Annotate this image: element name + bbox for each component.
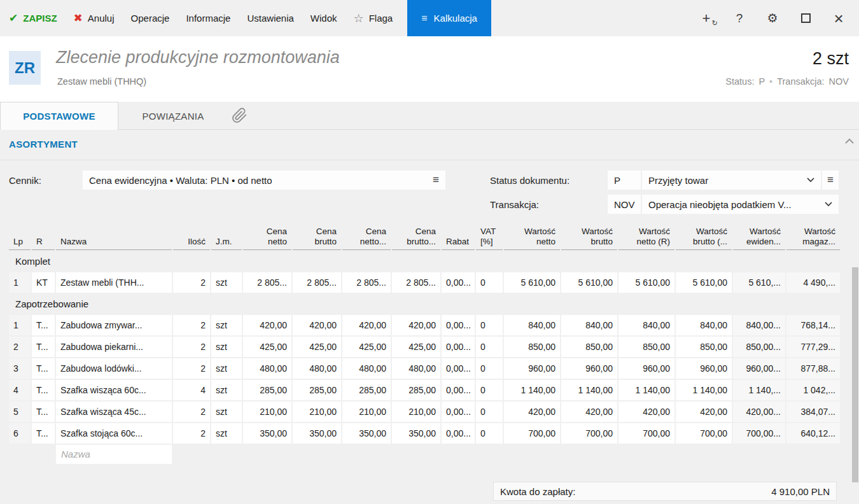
table-cell[interactable]: 0 — [476, 337, 503, 357]
table-cell[interactable]: 1 — [9, 272, 31, 293]
table-cell[interactable]: Szafka wisząca 60c... — [56, 380, 172, 400]
table-cell[interactable]: 350,00 — [243, 423, 291, 444]
column-header[interactable]: Cena brutto — [293, 227, 341, 250]
table-cell[interactable]: 350,00 — [342, 423, 391, 444]
table-cell[interactable]: 2 805... — [392, 272, 440, 293]
table-cell[interactable]: 1 140,00 — [676, 380, 732, 400]
scrollbar-thumb[interactable] — [852, 267, 858, 482]
table-cell[interactable]: 425,00 — [243, 337, 291, 357]
status-dropdown[interactable]: Przyjęty towar — [642, 171, 821, 190]
table-cell[interactable]: 640,12... — [786, 423, 840, 444]
column-header[interactable]: Wartość brutto (... — [676, 227, 732, 250]
table-cell[interactable]: 420,00 — [561, 402, 617, 422]
table-cell[interactable]: szt — [211, 423, 242, 444]
table-cell[interactable]: 0,00... — [442, 358, 475, 379]
table-cell[interactable]: T... — [32, 337, 55, 357]
table-cell[interactable]: 2 — [173, 315, 210, 335]
table-cell[interactable]: 480,00 — [342, 358, 391, 379]
table-cell[interactable]: szt — [211, 402, 242, 422]
column-header[interactable]: Ilość — [173, 227, 210, 250]
table-cell[interactable]: Zabudowa lodówki... — [56, 358, 172, 379]
column-header[interactable]: Rabat — [442, 227, 475, 250]
table-cell[interactable]: 4 — [9, 380, 31, 400]
table-cell[interactable]: 840,00... — [733, 315, 785, 335]
table-cell[interactable]: 3 — [9, 358, 31, 379]
column-header[interactable]: Wartość netto (R) — [618, 227, 674, 250]
table-cell[interactable]: 840,00 — [561, 315, 617, 335]
table-cell[interactable]: 768,14... — [786, 315, 840, 335]
column-header[interactable]: Cena brutto... — [392, 227, 440, 250]
table-cell[interactable]: 2 — [173, 272, 210, 293]
table-cell[interactable]: 480,00 — [293, 358, 341, 379]
table-cell[interactable]: 0,00... — [442, 380, 475, 400]
table-cell[interactable]: 850,00 — [504, 337, 560, 357]
table-cell[interactable]: 480,00 — [243, 358, 291, 379]
kalkulacja-button[interactable]: ≡ Kalkulacja — [407, 0, 491, 36]
table-cell[interactable]: 2 — [173, 423, 210, 444]
table-cell[interactable]: 1 — [9, 315, 31, 335]
table-cell[interactable]: 425,00 — [293, 337, 341, 357]
table-cell[interactable]: 5 610,... — [733, 272, 785, 293]
table-cell[interactable]: 840,00 — [618, 315, 674, 335]
attachment-paperclip-icon[interactable] — [232, 108, 248, 126]
table-cell[interactable]: T... — [32, 423, 55, 444]
table-cell[interactable]: 5 610,00 — [504, 272, 560, 293]
table-cell[interactable]: 0 — [476, 358, 503, 379]
column-header[interactable]: R — [32, 227, 55, 250]
table-cell[interactable]: 1 140,00 — [561, 380, 617, 400]
table-cell[interactable]: 420,00 — [342, 315, 391, 335]
table-cell[interactable]: 2 — [173, 358, 210, 379]
table-cell[interactable]: 0 — [476, 315, 503, 335]
table-cell[interactable]: 1 140,00 — [618, 380, 674, 400]
table-cell[interactable]: 425,00 — [342, 337, 391, 357]
table-cell[interactable]: 700,00 — [504, 423, 560, 444]
table-cell[interactable]: 6 — [9, 423, 31, 444]
table-cell[interactable]: 5 — [9, 402, 31, 422]
table-cell[interactable]: szt — [211, 337, 242, 357]
table-cell[interactable]: 700,00 — [618, 423, 674, 444]
table-cell[interactable]: szt — [211, 358, 242, 379]
status-code-field[interactable]: P — [608, 171, 641, 190]
table-cell[interactable]: Szafka wisząca 45c... — [56, 402, 172, 422]
table-cell[interactable]: T... — [32, 402, 55, 422]
column-header[interactable]: Wartość magaz... — [786, 227, 840, 250]
table-cell[interactable]: Szafka stojąca 60c... — [56, 423, 172, 444]
table-cell[interactable]: 0,00... — [442, 423, 475, 444]
menu-widok[interactable]: Widok — [302, 0, 346, 36]
maximize-icon[interactable] — [799, 13, 812, 23]
table-cell[interactable]: 420,00 — [618, 402, 674, 422]
table-cell[interactable]: 5 610,00 — [676, 272, 732, 293]
status-menu-button[interactable]: ≡ — [822, 171, 839, 190]
column-header[interactable]: VAT [%] — [476, 227, 503, 250]
table-cell[interactable]: 960,00 — [561, 358, 617, 379]
menu-informacje[interactable]: Informacje — [178, 0, 239, 36]
table-cell[interactable]: szt — [211, 315, 242, 335]
transaction-dropdown[interactable]: Operacja nieobjęta podatkiem V... — [642, 195, 839, 214]
table-cell[interactable]: 285,00 — [243, 380, 291, 400]
column-header[interactable]: Nazwa — [56, 227, 172, 250]
table-cell[interactable]: T... — [32, 315, 55, 335]
scroll-up-icon[interactable] — [845, 135, 854, 146]
menu-operacje[interactable]: Operacje — [123, 0, 178, 36]
column-header[interactable]: Cena netto... — [342, 227, 391, 250]
close-icon[interactable]: × — [832, 10, 845, 27]
new-item-name-input[interactable] — [56, 445, 172, 464]
column-header[interactable]: Wartość ewiden... — [733, 227, 785, 250]
table-cell[interactable]: 285,00 — [392, 380, 440, 400]
table-cell[interactable]: 0,00... — [442, 402, 475, 422]
menu-ustawienia[interactable]: Ustawienia — [239, 0, 302, 36]
table-cell[interactable]: 0 — [476, 402, 503, 422]
table-cell[interactable]: 210,00 — [392, 402, 440, 422]
table-cell[interactable]: 2 805... — [342, 272, 391, 293]
table-cell[interactable]: 2 — [173, 337, 210, 357]
tab-powiazania[interactable]: POWIĄZANIA — [126, 102, 220, 130]
table-cell[interactable]: 840,00 — [504, 315, 560, 335]
table-cell[interactable]: 420,00 — [504, 402, 560, 422]
table-cell[interactable]: Zestaw mebli (THH... — [56, 272, 172, 293]
table-cell[interactable]: 0,00... — [442, 315, 475, 335]
table-cell[interactable]: 420,00 — [293, 315, 341, 335]
table-cell[interactable]: 0 — [476, 272, 503, 293]
table-cell[interactable]: 285,00 — [342, 380, 391, 400]
table-cell[interactable]: 420,00... — [733, 402, 785, 422]
table-cell[interactable]: 1 140,... — [733, 380, 785, 400]
